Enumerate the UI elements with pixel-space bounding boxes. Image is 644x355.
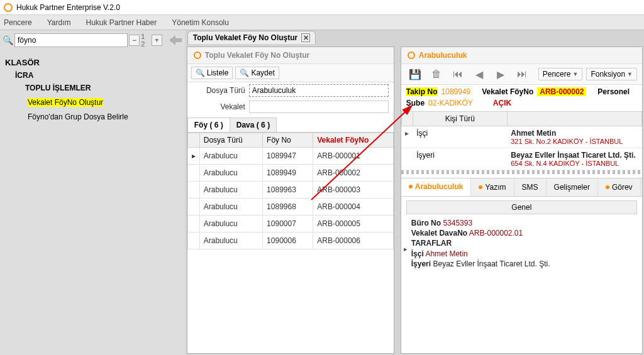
tvfno-subtabs: Föy ( 6 ) Dava ( 6 ): [187, 117, 394, 133]
menubar: Pencere Yardım Hukuk Partner Haber Yönet…: [0, 15, 644, 30]
section-genel: Genel: [406, 200, 637, 214]
table-row[interactable]: ▸Arabulucu1089947ARB-000001: [187, 148, 393, 165]
col-vfoyno[interactable]: Vekalet FöyNo: [313, 133, 394, 148]
app-icon-small: [408, 52, 415, 59]
tab-tvfno-close-icon[interactable]: ✕: [301, 33, 310, 42]
table-row[interactable]: Arabulucu1090006ARB-000006: [187, 232, 393, 249]
search-icon: 🔍: [196, 68, 205, 77]
search-icon: 🔍: [240, 68, 249, 77]
lbl-isci: İşçi: [411, 249, 424, 258]
lbl-isyeri: İşyeri: [411, 259, 431, 268]
row-marker-icon: ▸: [404, 244, 408, 254]
table-row[interactable]: Arabulucu1089949ARB-000002: [187, 165, 393, 182]
tree-item-grup-dosya[interactable]: Föyno'dan Grup Dosya Belirle: [25, 111, 180, 123]
content: Toplu Vekalet Föy No Oluştur ✕ Toplu Vek…: [186, 30, 644, 355]
search-input[interactable]: [14, 33, 128, 47]
dosya-toolbar: 💾 🗑 ⏮ ◀ ▶ ⏭ Pencere▼ Fonksiyon▼: [401, 64, 642, 85]
fonksiyon-button[interactable]: Fonksiyon▼: [586, 68, 637, 80]
trash-icon[interactable]: 🗑: [428, 67, 445, 82]
chevron-down-icon: ▼: [572, 71, 578, 77]
ltab-arabuluculuk[interactable]: Arabuluculuk: [401, 178, 472, 196]
divider: [401, 170, 642, 174]
menu-yonetim[interactable]: Yönetim Konsolu: [172, 18, 229, 27]
lbl-vfoyno: Vekalet FöyNo: [482, 87, 533, 96]
lbl-vekalet: Vekalet: [192, 102, 249, 111]
app-icon: [4, 3, 13, 12]
table-row[interactable]: Arabulucu1089963ARB-000003: [187, 182, 393, 199]
next-icon[interactable]: ▶: [492, 67, 509, 82]
person-row[interactable]: İşyeri Beyaz Evller İnşaat Ticaret Ltd. …: [401, 148, 641, 170]
dot-icon: [606, 185, 609, 189]
listele-label: Listele: [207, 68, 229, 77]
listele-button[interactable]: 🔍Listele: [191, 67, 233, 79]
first-icon[interactable]: ⏮: [449, 67, 467, 82]
col-foyno[interactable]: Föy No: [263, 133, 313, 148]
prev-icon[interactable]: ◀: [470, 67, 488, 82]
back-icon[interactable]: [169, 33, 183, 48]
val-isci: Ahmet Metin: [425, 249, 467, 258]
lbl-personel: Personel: [597, 87, 630, 96]
val-takipno: 1089949: [441, 87, 471, 96]
pane-dosya: Dosya ✕ Arabuluculuk 💾 🗑 ⏮ ◀ ▶ ⏭ Pencere…: [401, 46, 643, 354]
lbl-dosyaturu: Dosya Türü: [192, 86, 249, 95]
nav-tree: KLASÖR İCRA TOPLU İŞLEMLER Vekalet FöyNo…: [3, 52, 183, 129]
titlebar: Hukuk Partner Enterprise V.2.0: [0, 0, 644, 15]
tree-item-vekalet-olustur[interactable]: Vekalet FöyNo Oluştur: [25, 96, 180, 109]
menu-haber[interactable]: Hukuk Partner Haber: [86, 18, 157, 27]
ltab-gelismeler[interactable]: Gelişmeler: [547, 178, 598, 196]
save-icon[interactable]: 💾: [406, 67, 424, 82]
last-icon[interactable]: ⏭: [513, 67, 531, 82]
chevron-down-icon: ▼: [627, 71, 633, 77]
app-icon-small: [194, 52, 201, 59]
ltab-yazim[interactable]: Yazım: [471, 178, 514, 196]
lbl-takipno: Takip No: [406, 87, 438, 96]
kisi-addr: 321 Sk. No.2 KADIKÖY - İSTANBUL: [511, 138, 638, 145]
kaydet-button[interactable]: 🔍Kaydet: [235, 67, 279, 79]
lbl-buro: Büro No: [411, 219, 441, 227]
kisi-tur: İşçi: [413, 126, 507, 148]
expand-btn[interactable]: +: [152, 35, 162, 46]
dot-icon: [409, 185, 413, 188]
person-row[interactable]: ▸ İşçi Ahmet Metin321 Sk. No.2 KADIKÖY -…: [401, 126, 641, 148]
ltab-sms[interactable]: SMS: [514, 178, 547, 196]
tree-klasor[interactable]: KLASÖR: [5, 58, 180, 67]
menu-pencere[interactable]: Pencere: [4, 18, 32, 27]
tvfno-title-text: Toplu Vekalet Föy No Oluştur: [205, 51, 309, 60]
collapse-btn[interactable]: −: [129, 35, 140, 46]
search-row: 🔍 − 1 2 +: [3, 33, 183, 48]
val-sube: 02-KADIKÖY: [428, 99, 473, 107]
page-num: 1 2: [141, 33, 150, 48]
kisi-name: Ahmet Metin: [511, 129, 638, 138]
pencere-button[interactable]: Pencere▼: [538, 68, 583, 80]
tab-tvfno-label: Toplu Vekalet Föy No Oluştur: [193, 33, 297, 42]
tab-tvfno[interactable]: Toplu Vekalet Föy No Oluştur ✕: [187, 31, 316, 44]
val-buro: 5345393: [443, 219, 472, 227]
details: ▸ Büro No 5345393 Vekalet DavaNo ARB-000…: [401, 214, 642, 273]
tree-icra[interactable]: İCRA: [15, 71, 180, 80]
val-vfoyno: ARB-000002: [537, 87, 586, 96]
tree-toplu[interactable]: TOPLU İŞLEMLER: [25, 84, 180, 92]
kaydet-label: Kaydet: [251, 68, 274, 77]
kisi-name: Beyaz Evller İnşaat Ticaret Ltd. Şti.: [511, 151, 638, 160]
ltab-gorev[interactable]: Görev: [598, 178, 641, 196]
val-isyeri: Beyaz Evller İnşaat Ticaret Ltd. Şti.: [433, 259, 550, 268]
lbl-sube: Şube: [406, 99, 425, 107]
lbl-vdav: Vekalet DavaNo: [411, 229, 467, 238]
input-dosyaturu[interactable]: [249, 84, 389, 97]
tvfno-toolbar: 🔍Listele 🔍Kaydet: [187, 64, 394, 82]
dot-icon: [479, 185, 482, 189]
sidebar: 🔍 − 1 2 + KLASÖR İCRA TOPLU İŞLEMLER Vek…: [0, 30, 186, 355]
subtab-foy[interactable]: Föy ( 6 ): [187, 117, 230, 132]
subtab-dava[interactable]: Dava ( 6 ): [230, 117, 277, 132]
col-kisituru[interactable]: Kişi Türü: [413, 112, 507, 126]
dosya-title: Arabuluculuk: [401, 47, 642, 64]
tvfno-grid: Dosya Türü Föy No Vekalet FöyNo ▸Arabulu…: [187, 133, 394, 249]
kisi-tur: İşyeri: [413, 148, 507, 170]
input-vekalet[interactable]: [249, 101, 389, 113]
menu-yardim[interactable]: Yardım: [47, 18, 71, 27]
lower-tabs: Arabuluculuk Yazım SMS Gelişmeler Görev: [401, 178, 642, 197]
col-dosyaturu[interactable]: Dosya Türü: [199, 133, 262, 148]
table-row[interactable]: Arabulucu1089968ARB-000004: [187, 199, 393, 216]
dosya-title-text: Arabuluculuk: [419, 51, 467, 60]
table-row[interactable]: Arabulucu1090007ARB-000005: [187, 216, 393, 232]
